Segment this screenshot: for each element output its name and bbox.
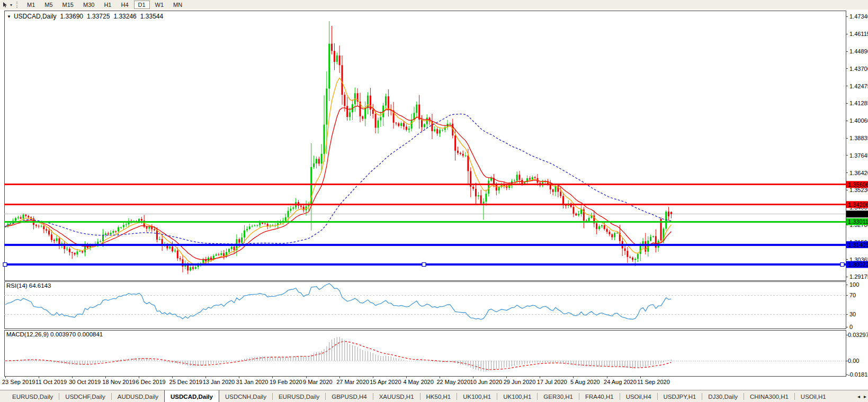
chart-tab-usdcad-daily[interactable]: USDCAD,Daily [164,390,219,402]
date-tick-label: 17 Jul 2020 [537,379,567,385]
rsi-tick-label: 100 [849,281,859,288]
macd-histogram [5,337,671,372]
price-tick-label: 1.41285 [849,100,868,106]
date-tick-label: 31 Jan 2020 [236,379,269,385]
chart-symbol-label: USDCAD,Daily [14,13,57,20]
date-tick-label: 11 Sep 2020 [637,379,670,385]
chart-tab-usdchf-daily[interactable]: USDCHF,Daily [59,390,111,402]
rsi-pane[interactable]: 10070300 [4,281,859,330]
tab-bar-lead-space [0,390,6,402]
date-tick-label: 18 Nov 2019 [102,379,135,385]
rsi-tick-label: 70 [849,292,856,298]
timeframe-button-h1[interactable]: H1 [100,1,115,9]
chart-tab-hk50-h1[interactable]: HK50,H1 [420,390,457,402]
price-label-box: 1.30022 [846,261,868,268]
bid-price-label-box: 1.33544 [846,211,868,217]
date-tick-label: 6 Dec 2019 [136,379,165,385]
timeframe-button-h4[interactable]: H4 [117,1,132,9]
date-tick-label: 11 Oct 2019 [35,379,67,385]
time-axis[interactable]: 23 Sep 201911 Oct 201930 Oct 201918 Nov … [2,376,670,385]
medium-ma-line [5,106,671,260]
timeframe-button-m30[interactable]: M30 [79,1,99,9]
chart-tab-china300-h1[interactable]: CHINA300,H1 [744,390,794,402]
fast-ma-line [5,78,671,264]
tab-scroll-right-icon[interactable]: ▸ [864,394,866,399]
chart-tab-eurusd-daily[interactable]: EURUSD,Daily [273,390,325,402]
chart-tab-xauusd-h1[interactable]: XAUUSD,H1 [373,390,420,402]
line-handle[interactable] [422,263,426,267]
date-tick-label: 5 Aug 2020 [570,379,600,385]
date-tick-label: 22 May 2020 [436,379,470,385]
timeframe-button-m15[interactable]: M15 [58,1,78,9]
chart-tab-usdcnh-daily[interactable]: USDCNH,Daily [219,390,272,402]
price-label-box: 1.33011 [846,218,868,225]
chart-tab-usoil-h1[interactable]: USOil,H1 [795,390,832,402]
quote-open: 1.33690 [60,13,83,20]
chart-tab-uk100-h1[interactable]: UK100,H1 [497,390,537,402]
timeframe-toolbar: ▾ M1M5M15M30H1H4D1W1MN [0,0,868,10]
date-tick-label: 29 Jun 2020 [504,379,536,385]
rsi-indicator-label: RSI(14) 64.6143 [6,282,51,289]
terminal-window: ▾ M1M5M15M30H1H4D1W1MN 1.473401.461151.4… [0,0,868,402]
chevron-down-icon[interactable]: ▾ [10,3,12,7]
price-tick-label: 1.43700 [849,66,868,72]
date-tick-label: 23 Sep 2019 [2,379,35,385]
chart-tab-usoil-h4[interactable]: USOil,H4 [620,390,657,402]
chart-tab-dj30-daily[interactable]: DJ30,Daily [702,390,744,402]
chart-canvas[interactable]: 1.473401.461151.448901.437001.424751.412… [0,9,868,389]
line-handle[interactable] [840,263,844,267]
line-handle[interactable] [3,263,7,267]
macd-tick-label: -0.018154 [848,371,868,378]
date-tick-label: 27 Mar 2020 [336,379,369,385]
chart-tab-ger30-h1[interactable]: GER30,H1 [538,390,579,402]
chart-tab-audusd-daily[interactable]: AUDUSD,Daily [112,390,164,402]
toolbar-grip [16,2,19,8]
price-label-box: 1.35606 [846,181,868,188]
price-tick-label: 1.36420 [849,170,868,176]
chart-tab-usdjpy-h1[interactable]: USDJPY,H1 [658,390,702,402]
rsi-tick-label: 30 [849,311,856,317]
date-tick-label: 13 Jan 2020 [203,379,235,385]
candles[interactable] [5,21,672,274]
chart-tab-gbpusd-h4[interactable]: GBPUSD,H4 [326,390,372,402]
chart-tab-fra40-h1[interactable]: FRA40,H1 [579,390,620,402]
chart-tab-uk100-h1[interactable]: UK100,H1 [457,390,497,402]
date-tick-label: 10 Jun 2020 [470,379,503,385]
timeframe-button-m1[interactable]: M1 [23,1,39,9]
date-tick-label: 19 Feb 2020 [270,379,302,385]
price-label-box-text: 1.35606 [848,181,868,188]
horizontal-lines [3,185,846,267]
price-label-box: 1.34206 [846,201,868,208]
pane-frames [4,11,846,376]
cursor-tool-icon[interactable] [2,1,9,8]
date-tick-label: 25 Dec 2019 [169,379,202,385]
timeframe-buttons: M1M5M15M30H1H4D1W1MN [22,1,187,9]
macd-indicator-label: MACD(12,26,9) 0.003970 0.000841 [6,331,103,337]
quote-high: 1.33725 [87,13,110,20]
moving-averages [5,78,671,264]
tab-scroll-left-icon[interactable]: ◂ [857,394,860,399]
rsi-tick-label: 0 [849,324,853,330]
timeframe-button-w1[interactable]: W1 [151,1,168,9]
timeframe-button-mn[interactable]: MN [169,1,186,9]
quote-low: 1.33246 [113,13,136,20]
chart-tab-eurusd-daily[interactable]: EURUSD,Daily [6,390,59,402]
chart-tab-bar: EURUSD,DailyUSDCHF,DailyAUDUSD,DailyUSDC… [0,390,868,402]
slow-ma-line [5,114,671,244]
price-label-box-text: 1.34206 [848,202,868,208]
price-tick-label: 1.46115 [849,31,868,37]
collapse-triangle-icon[interactable]: ▼ [7,14,11,19]
timeframe-button-d1[interactable]: D1 [134,1,150,9]
date-tick-label: 9 Mar 2020 [303,379,333,385]
price-label-box: 1.31405 [846,241,868,248]
chart-title: ▼USDCAD,Daily1.336901.337251.332461.3354… [7,13,163,20]
timeframe-button-m5[interactable]: M5 [40,1,57,9]
price-tick-label: 1.37645 [849,152,868,159]
macd-signal-line [5,342,671,370]
date-tick-label: 30 Oct 2019 [69,379,101,385]
macd-pane[interactable]: 0.0329720.00-0.018154 [4,332,868,378]
price-label-box-text: 1.30022 [848,261,868,268]
macd-tick-label: 0.032972 [848,332,868,338]
quote-close: 1.33544 [140,13,163,20]
price-axis[interactable]: 1.473401.461151.448901.437001.424751.412… [846,13,868,280]
